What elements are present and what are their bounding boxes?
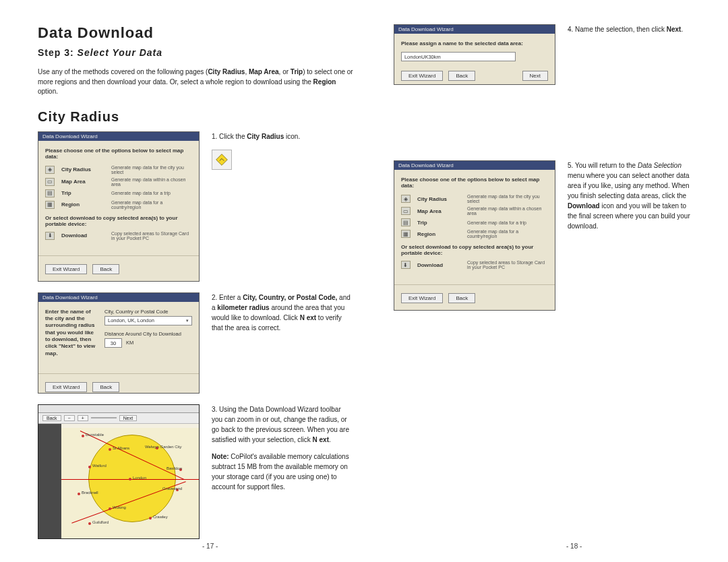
step3-caption: 3. Using the Data Download Wizard toolba… — [212, 404, 353, 499]
map-back-button[interactable]: Back — [42, 415, 61, 421]
map-zoom-out[interactable]: − — [64, 415, 75, 421]
back-button[interactable]: Back — [92, 264, 119, 274]
page-18: Data Download Wizard Please assign a nam… — [394, 24, 696, 550]
back-button[interactable]: Back — [448, 71, 475, 81]
exit-wizard-button[interactable]: Exit Wizard — [401, 71, 443, 81]
download-icon: ⬇ — [45, 232, 55, 240]
svg-marker-0 — [216, 154, 228, 165]
trip-icon: ▤ — [45, 189, 55, 197]
city-entry-panel: Data Download Wizard Enter the name of t… — [38, 292, 200, 394]
window-title: Data Download Wizard — [38, 293, 199, 302]
map-next-button[interactable]: Next — [119, 415, 137, 421]
step-label: Step 3: — [38, 47, 74, 58]
option-region[interactable]: ▦RegionGenerate map data for a country/r… — [401, 229, 548, 239]
map-area-icon: ▭ — [45, 178, 55, 186]
option-trip[interactable]: ▤TripGenerate map data for a trip — [401, 218, 548, 226]
option-map-area[interactable]: ▭Map AreaGenerate map data within a chos… — [45, 177, 192, 187]
step5-caption: 5. You will return to the Data Selection… — [568, 160, 696, 231]
wizard-options-panel-2: Data Download Wizard Please choose one o… — [394, 160, 555, 311]
city-field-label: City, Country or Postal Code — [104, 309, 192, 315]
window-title: Data Download Wizard — [38, 132, 199, 141]
or-select-line: Or select download to copy selected area… — [45, 215, 192, 227]
page-17: Data Download Step 3: Select Your Data U… — [38, 24, 353, 550]
option-city-radius[interactable]: ◈City RadiusGenerate map data for the ci… — [45, 165, 192, 175]
wizard-instruction: Please choose one of the options below t… — [401, 177, 548, 189]
city-radius-large-icon — [212, 150, 232, 170]
distance-label: Distance Around City to Download — [104, 331, 192, 337]
name-selection-panel: Data Download Wizard Please assign a nam… — [394, 24, 555, 85]
city-input[interactable]: London, UK, London▾ — [104, 316, 192, 325]
option-city-radius[interactable]: ◈City RadiusGenerate map data for the ci… — [401, 194, 548, 204]
trip-icon: ▤ — [401, 218, 411, 226]
map-preview-panel: Back − + Next Dunstable St Albans Welwyn… — [38, 404, 200, 539]
download-icon: ⬇ — [401, 261, 411, 269]
next-button[interactable]: Next — [522, 71, 548, 81]
map-radius-field[interactable] — [91, 417, 117, 418]
map-zoom-in[interactable]: + — [78, 415, 88, 421]
step2-caption: 2. Enter a City, Country, or Postal Code… — [212, 292, 353, 333]
city-entry-instruction: Enter the name of the city and the surro… — [45, 309, 98, 358]
page-title: Data Download — [38, 24, 353, 42]
window-title: Data Download Wizard — [394, 161, 555, 170]
page-number-left: - 17 - — [202, 542, 218, 550]
region-icon: ▦ — [401, 230, 411, 238]
or-select-line: Or select download to copy selected area… — [401, 244, 548, 256]
back-button[interactable]: Back — [448, 293, 475, 303]
option-map-area[interactable]: ▭Map AreaGenerate map data within a chos… — [401, 206, 548, 216]
dropdown-icon: ▾ — [186, 318, 189, 323]
map-area-icon: ▭ — [401, 207, 411, 215]
city-radius-icon: ◈ — [45, 166, 55, 174]
exit-wizard-button[interactable]: Exit Wizard — [401, 293, 443, 303]
intro-text: Use any of the methods covered on the fo… — [38, 67, 353, 97]
city-radius-icon: ◈ — [401, 195, 411, 203]
step-title: Select Your Data — [78, 47, 163, 58]
wizard-options-panel: Data Download Wizard Please choose one o… — [38, 131, 200, 282]
step-heading: Step 3: Select Your Data — [38, 47, 353, 58]
option-trip[interactable]: ▤TripGenerate map data for a trip — [45, 189, 192, 197]
option-download[interactable]: ⬇DownloadCopy selected areas to Storage … — [45, 231, 192, 241]
exit-wizard-button[interactable]: Exit Wizard — [45, 264, 87, 274]
km-input[interactable]: 30 — [104, 338, 122, 348]
wizard-instruction: Please choose one of the options below t… — [45, 148, 192, 160]
step1-caption: 1. Click the City Radius icon. — [212, 131, 300, 142]
region-icon: ▦ — [45, 201, 55, 209]
section-title: City Radius — [38, 109, 353, 125]
option-region[interactable]: ▦RegionGenerate map data for a country/r… — [45, 200, 192, 210]
page-number-right: - 18 - — [566, 542, 582, 550]
exit-wizard-button[interactable]: Exit Wizard — [45, 382, 87, 392]
km-unit: KM — [126, 340, 133, 346]
option-download[interactable]: ⬇DownloadCopy selected areas to Storage … — [401, 260, 548, 270]
selection-name-input[interactable]: LondonUK30km — [401, 52, 516, 61]
back-button[interactable]: Back — [92, 382, 119, 392]
name-instruction: Please assign a name to the selected dat… — [401, 40, 548, 46]
step4-caption: 4. Name the selection, then click Next. — [568, 24, 696, 34]
window-title: Data Download Wizard — [394, 25, 555, 34]
